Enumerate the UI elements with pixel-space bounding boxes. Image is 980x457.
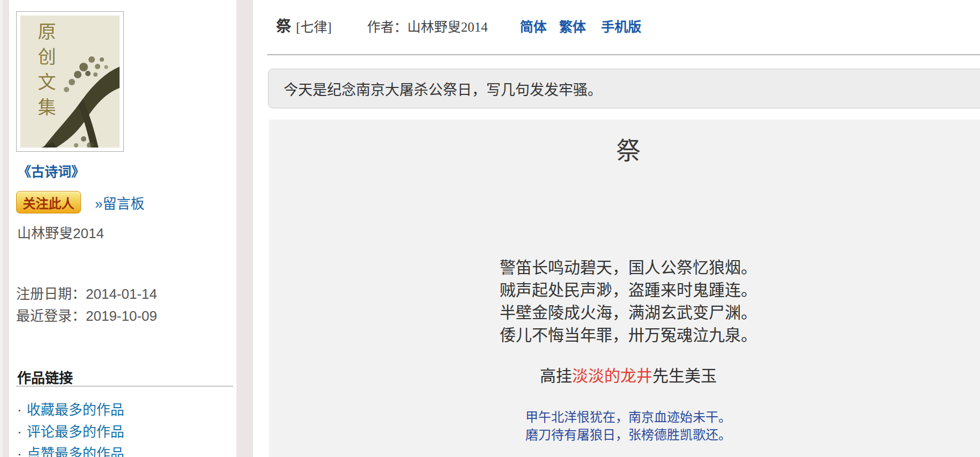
poem-line: 警笛长鸣动碧天，国人公祭忆狼烟。 [269, 256, 980, 279]
work-link-item: ·收藏最多的作品 [17, 399, 124, 421]
author-line: 作者：山林野叟2014 [367, 18, 488, 37]
dedication-prefix: 高挂 [540, 367, 572, 385]
dedication-line: 高挂淡淡的龙井先生美玉 [269, 365, 980, 387]
most-commented-link[interactable]: 评论最多的作品 [27, 424, 124, 440]
header-links: 简体 繁体 手机版 [520, 18, 642, 37]
couplet-line: 磨刀待有屠狼日，张榜德胜凯歌还。 [269, 426, 980, 444]
works-section-divider [16, 386, 233, 387]
genre-tag: [七律] [296, 18, 332, 37]
works-link-list: ·收藏最多的作品 ·评论最多的作品 ·点赞最多的作品 [17, 399, 124, 457]
poem-line: 倭儿不悔当年罪，卅万冤魂泣九泉。 [269, 324, 980, 347]
poem-body: 警笛长鸣动碧天，国人公祭忆狼烟。 贼声起处民声渺，盗踵来时鬼踵连。 半壁金陵成火… [269, 256, 980, 347]
works-section-title: 作品链接 [17, 367, 73, 387]
work-link-item: ·点赞最多的作品 [17, 443, 124, 457]
main-area: 祭 [七律] 作者：山林野叟2014 简体 繁体 手机版 今天是纪念南京大屠杀公… [253, 0, 980, 457]
collection-title-link[interactable]: 《古诗词》 [18, 161, 85, 180]
dedication-suffix: 先生美玉 [652, 367, 717, 385]
poem-content-area: 祭 警笛长鸣动碧天，国人公祭忆狼烟。 贼声起处民声渺，盗踵来时鬼踵连。 半壁金陵… [269, 120, 980, 457]
notice-banner: 今天是纪念南京大屠杀公祭日，写几句发发牢骚。 [268, 69, 980, 108]
message-board-link[interactable]: »留言板 [95, 193, 144, 212]
sidebar: 原创文集 《古诗词》 关注此人 »留言板 山林野叟2014 注册日期：2014-… [9, 0, 236, 457]
follow-user-button[interactable]: 关注此人 [16, 191, 81, 213]
bullet-icon: · [17, 424, 22, 440]
simplified-chinese-link[interactable]: 简体 [520, 20, 547, 34]
follow-row: 关注此人 »留言板 [16, 191, 144, 213]
page-header: 祭 [七律] 作者：山林野叟2014 简体 繁体 手机版 [276, 17, 641, 37]
username-text: 山林野叟2014 [17, 222, 104, 242]
notice-text: 今天是纪念南京大屠杀公祭日，写几句发发牢骚。 [284, 78, 602, 99]
dedication-user-link[interactable]: 淡淡的龙井 [572, 367, 652, 385]
last-login-date: 最近登录：2019-10-09 [16, 305, 157, 327]
traditional-chinese-link[interactable]: 繁体 [559, 20, 586, 34]
poem-line: 贼声起处民声渺，盗踵来时鬼踵连。 [269, 279, 980, 301]
header-divider [267, 54, 980, 55]
couplet-block: 甲午北洋恨犹在，南京血迹始未干。 磨刀待有屠狼日，张榜德胜凯歌还。 [269, 409, 980, 444]
register-date: 注册日期：2014-01-14 [16, 283, 157, 305]
bullet-icon: · [17, 402, 22, 418]
most-liked-link[interactable]: 点赞最多的作品 [27, 446, 124, 457]
poem-title-header: 祭 [276, 17, 291, 36]
poem-line: 半壁金陵成火海，满湖玄武变尸渊。 [269, 301, 980, 324]
cover-art-image: 原创文集 [20, 16, 120, 148]
collection-cover-link[interactable]: 原创文集 [16, 11, 124, 152]
mobile-version-link[interactable]: 手机版 [601, 20, 641, 34]
poem-title: 祭 [269, 137, 980, 165]
couplet-line: 甲午北洋恨犹在，南京血迹始未干。 [269, 409, 980, 426]
cover-vertical-title: 原创文集 [32, 22, 58, 123]
page-left-edge [0, 0, 3, 457]
bullet-icon: · [17, 446, 22, 457]
most-favorited-link[interactable]: 收藏最多的作品 [27, 402, 124, 418]
account-dates: 注册日期：2014-01-14 最近登录：2019-10-09 [16, 283, 157, 327]
work-link-item: ·评论最多的作品 [17, 421, 124, 443]
